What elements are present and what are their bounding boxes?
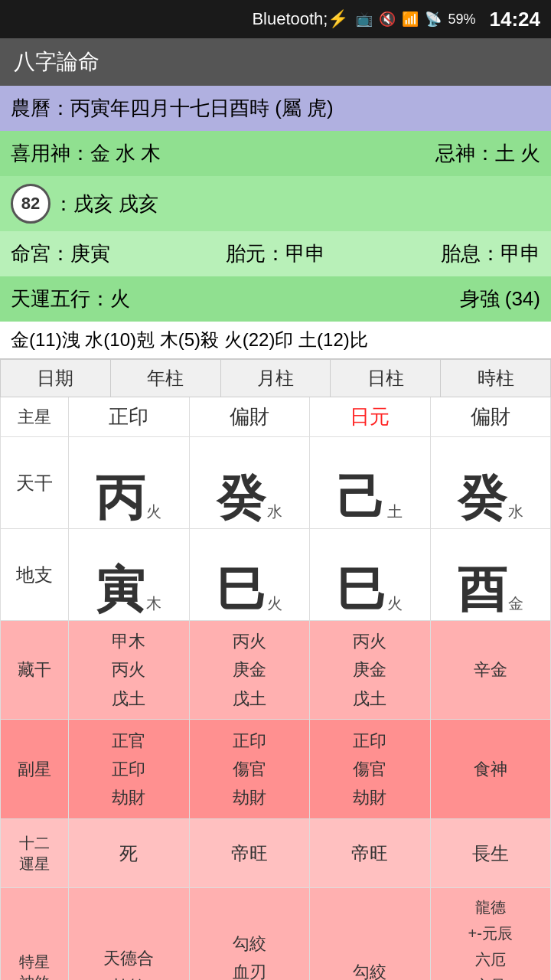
tiangan-hour: 癸 水 [431, 437, 552, 528]
fuxing-month-2: 劫財 [233, 783, 266, 812]
tiangan-day: 己 土 [310, 437, 431, 528]
tiangan-year: 丙 火 [69, 437, 190, 528]
zanggan-day-1: 庚金 [353, 655, 386, 684]
zanggan-year-2: 戊土 [112, 684, 145, 713]
ji-shen-text: 忌神：土 火 [435, 139, 540, 168]
dizhi-label: 地支 [0, 529, 69, 620]
main-table: 日期 年柱 月柱 日柱 時柱 主星 正印 偏財 日元 偏財 天干 丙 火 癸 水… [0, 359, 551, 980]
dizhi-row: 地支 寅 木 巳 火 巳 火 酉 金 [0, 529, 551, 621]
lunar-info: 農曆：丙寅年四月十七日酉時 (屬 虎) [0, 86, 551, 131]
zanggan-month-0: 丙火 [233, 627, 266, 655]
app-title: 八字論命 [14, 47, 99, 77]
tiangan-month: 癸 水 [190, 437, 311, 528]
ming-gong-text: 命宮：庚寅 [11, 239, 110, 269]
zanggan-row: 藏干 甲木 丙火 戊土 丙火 庚金 戊土 丙火 庚金 戊土 辛金 [0, 621, 551, 720]
zanggan-month: 丙火 庚金 戊土 [190, 621, 311, 719]
lunar-info-text: 農曆：丙寅年四月十七日酉時 (屬 虎) [11, 96, 334, 119]
fuxing-hour: 食神 [431, 720, 552, 818]
zanggan-year: 甲木 丙火 戊土 [69, 621, 190, 719]
zanggan-year-1: 丙火 [112, 655, 145, 684]
zanggan-hour-0: 辛金 [474, 655, 507, 684]
teshen-hour-1: +-元辰 [468, 920, 513, 946]
fuxing-year-0: 正官 [112, 727, 145, 755]
fuxing-month: 正印 傷官 劫財 [190, 720, 311, 818]
tiangan-year-char: 丙 [96, 473, 145, 522]
dizhi-day-element: 火 [387, 593, 403, 614]
fuxing-day: 正印 傷官 劫財 [310, 720, 431, 818]
yunxing-day: 帝旺 [310, 819, 431, 887]
dizhi-cells: 寅 木 巳 火 巳 火 酉 金 [69, 529, 551, 620]
teshen-hour-3: 文昌 [475, 972, 506, 980]
tian-yun-row: 天運五行：火 身強 (34) [0, 276, 551, 322]
teshen-day: 勾絞 [310, 888, 431, 980]
bluetooth-icon: 📺 [356, 11, 373, 28]
dizhi-day-char: 巳 [337, 565, 386, 614]
ming-gong-row: 命宮：庚寅 胎元：甲申 胎息：甲申 [0, 231, 551, 276]
dizhi-hour: 酉 金 [431, 529, 552, 620]
zhuxing-cells: 正印 偏財 日元 偏財 [69, 397, 551, 436]
zhuxing-day: 日元 [310, 397, 431, 436]
clock: 14:24 [490, 8, 541, 31]
header-hour: 時柱 [441, 360, 551, 397]
teshen-hour-2: 六厄 [475, 946, 506, 972]
fuxing-month-1: 傷官 [233, 755, 266, 783]
header-date: 日期 [0, 360, 111, 397]
header-day: 日柱 [331, 360, 441, 397]
tiangan-month-char: 癸 [217, 473, 266, 522]
title-bar: 八字論命 [0, 38, 551, 86]
yunxing-row: 十二 運星 死 帝旺 帝旺 長生 [0, 819, 551, 888]
teshen-hour-0: 龍德 [475, 894, 506, 920]
yunxing-label: 十二 運星 [0, 819, 69, 887]
dizhi-month-element: 火 [267, 593, 282, 614]
yunxing-year: 死 [69, 819, 190, 887]
score-circle: 82 [11, 184, 51, 224]
teshen-day-0: 勾絞 [353, 958, 386, 980]
teshen-hour: 龍德 +-元辰 六厄 文昌 學堂 將星 [431, 888, 552, 980]
tiangan-month-element: 水 [267, 501, 282, 522]
fuxing-day-1: 傷官 [353, 755, 386, 783]
zanggan-label: 藏干 [0, 621, 69, 719]
teshen-cells: 天德合 劫煞 勾絞 血刃 伏吟 勾絞 龍德 +-元辰 六厄 文昌 學堂 將星 [69, 888, 551, 980]
zhuxing-hour: 偏財 [431, 397, 552, 436]
nayin-text: ：戌亥 戌亥 [54, 189, 158, 219]
teshen-month-1: 血刃 [233, 958, 266, 980]
teshen-row: 特星 神煞 天德合 劫煞 勾絞 血刃 伏吟 勾絞 龍德 +-元辰 六厄 文昌 學… [0, 888, 551, 980]
fuxing-label: 副星 [0, 720, 69, 818]
tiangan-hour-char: 癸 [458, 473, 507, 522]
score-nayin-row: 82 ：戌亥 戌亥 [0, 176, 551, 231]
header-month: 月柱 [221, 360, 331, 397]
yunxing-month: 帝旺 [190, 819, 311, 887]
yunxing-hour: 長生 [431, 819, 552, 887]
dizhi-month: 巳 火 [190, 529, 311, 620]
teshen-year: 天德合 劫煞 [69, 888, 190, 980]
tiangan-day-element: 土 [387, 501, 403, 522]
teshen-year-0: 天德合 [103, 944, 154, 972]
zanggan-month-1: 庚金 [233, 655, 266, 684]
dizhi-hour-char: 酉 [458, 565, 507, 614]
wifi-icon: 📶 [402, 11, 419, 28]
dizhi-month-char: 巳 [217, 565, 266, 614]
elements-score-row: 金(11)洩 水(10)剋 木(5)殺 火(22)印 土(12)比 [0, 322, 551, 359]
dizhi-year-element: 木 [146, 593, 161, 614]
yunxing-cells: 死 帝旺 帝旺 長生 [69, 819, 551, 887]
tiangan-label: 天干 [0, 437, 69, 528]
fuxing-hour-0: 食神 [474, 755, 507, 783]
zhuxing-year: 正印 [69, 397, 190, 436]
teshen-month-0: 勾絞 [233, 929, 266, 958]
fuxing-row: 副星 正官 正印 劫財 正印 傷官 劫財 正印 傷官 劫財 食神 [0, 720, 551, 819]
header-year: 年柱 [111, 360, 221, 397]
yunxing-label-1: 十二 [19, 833, 50, 854]
shen-qiang-text: 身強 (34) [460, 284, 540, 314]
zanggan-day-0: 丙火 [353, 627, 386, 655]
tiangan-year-element: 火 [146, 501, 161, 522]
fuxing-cells: 正官 正印 劫財 正印 傷官 劫財 正印 傷官 劫財 食神 [69, 720, 551, 818]
xi-yong-shen-row: 喜用神：金 水 木 忌神：土 火 [0, 131, 551, 176]
zanggan-year-0: 甲木 [112, 627, 145, 655]
fuxing-year-2: 劫財 [112, 783, 145, 812]
zanggan-hour: 辛金 [431, 621, 552, 719]
battery-text: 59% [448, 11, 475, 28]
tiangan-row: 天干 丙 火 癸 水 己 土 癸 水 [0, 437, 551, 529]
teshen-label-2: 神煞 [19, 972, 50, 980]
teshen-label-1: 特星 [19, 952, 50, 972]
tai-yuan-text: 胎元：甲申 [226, 239, 325, 269]
